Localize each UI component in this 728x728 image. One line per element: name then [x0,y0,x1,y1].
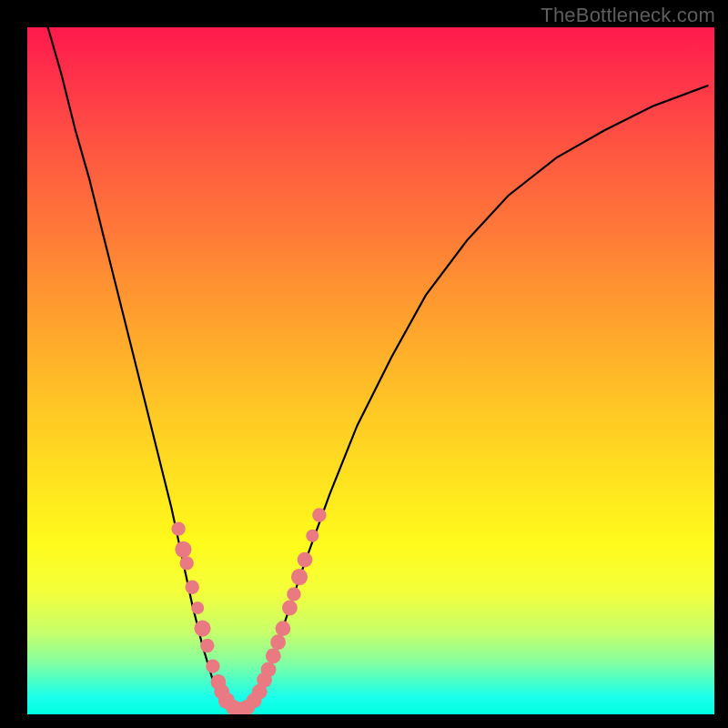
marker-dot [186,581,199,594]
marker-dot [261,662,277,678]
marker-dot [312,508,326,521]
plot-area [27,27,714,714]
marker-dot [266,648,281,663]
chart-frame: TheBottleneck.com [0,0,728,728]
marker-dot [194,621,210,637]
marker-dot [171,521,185,535]
marker-dot [298,552,313,568]
marker-dot [291,569,308,585]
marker-dot [191,602,204,614]
marker-dot [276,621,291,636]
watermark-text: TheBottleneck.com [541,4,715,27]
marker-dot [282,601,298,616]
bottleneck-curve [48,27,708,713]
marker-dot [175,541,191,558]
marker-dot [206,659,219,672]
marker-dot [180,556,194,570]
curve-overlay [27,27,714,714]
marker-dot [306,530,318,542]
marker-dot [287,587,300,601]
marker-dot [270,634,286,650]
marker-group [171,508,326,714]
marker-dot [200,639,214,652]
